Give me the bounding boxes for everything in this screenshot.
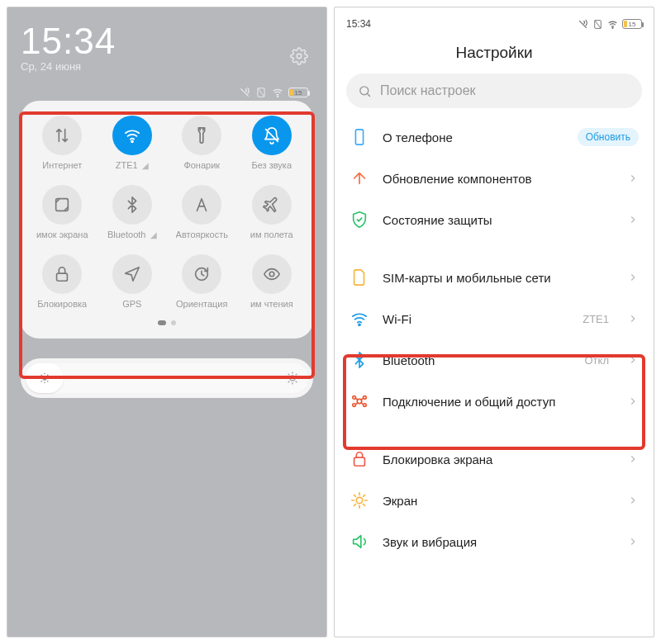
- qs-tile-flashlight[interactable]: Фонарик: [167, 116, 237, 170]
- share-icon: [350, 391, 369, 411]
- settings-row-sound[interactable]: Звук и вибрация: [335, 521, 654, 562]
- rotate-lock-icon: [182, 254, 221, 294]
- no-sim-icon: [592, 19, 603, 30]
- qs-tile-airplane[interactable]: им полета: [237, 185, 307, 239]
- battery-icon: 15: [288, 88, 308, 97]
- page-title: Настройки: [335, 44, 654, 62]
- bell-off-icon: [252, 116, 292, 155]
- qs-tile-label: Без звука: [251, 160, 292, 170]
- svg-point-8: [43, 376, 46, 380]
- settings-row-security[interactable]: Состояние защиты: [335, 199, 654, 240]
- chevron-right-icon: [627, 354, 639, 366]
- airplane-icon: [252, 185, 292, 225]
- settings-row-tether[interactable]: Подключение и общий доступ: [335, 381, 654, 422]
- brightness-thumb[interactable]: [26, 363, 64, 393]
- clock-time: 15:34: [21, 21, 313, 62]
- eye-icon: [252, 254, 292, 294]
- sun-icon: [350, 490, 369, 510]
- battery-icon: 15: [622, 19, 642, 29]
- qs-tile-mute[interactable]: Без звука: [237, 116, 307, 170]
- clock-date: Ср, 24 июня: [21, 60, 313, 73]
- settings-row-display[interactable]: Экран: [335, 480, 654, 521]
- qs-tile-internet[interactable]: Интернет: [27, 116, 97, 170]
- settings-row-label: SIM-карты и мобильные сети: [383, 271, 614, 285]
- qs-tile-wifi[interactable]: ZTE1 ◢: [97, 116, 168, 170]
- svg-point-11: [612, 27, 613, 28]
- sun-low-icon: [38, 372, 51, 385]
- screenshot-icon: [42, 185, 82, 225]
- qs-tile-label: Ориентация: [176, 299, 227, 309]
- settings-row-components[interactable]: Обновление компонентов: [335, 158, 654, 199]
- settings-row-label: Wi-Fi: [383, 312, 569, 326]
- settings-screen: 15:34 15 Настройки Поиск настроек О теле…: [334, 7, 654, 637]
- settings-row-bluetooth[interactable]: BluetoothОткл: [335, 339, 654, 381]
- qs-tile-orientation[interactable]: Ориентация: [167, 254, 237, 309]
- settings-row-label: Подключение и общий доступ: [383, 395, 614, 409]
- bluetooth-icon: [112, 185, 152, 225]
- status-time: 15:34: [346, 18, 371, 30]
- settings-row-label: О телефоне: [383, 130, 564, 144]
- qs-tile-label: имок экрана: [36, 230, 88, 239]
- data-arrows-icon: [42, 116, 82, 155]
- settings-row-about[interactable]: О телефонеОбновить: [335, 116, 654, 158]
- svg-point-0: [297, 54, 302, 59]
- vibrate-icon: [578, 19, 588, 30]
- qs-tile-reading[interactable]: им чтения: [237, 254, 307, 309]
- settings-row-label: Блокировка экрана: [383, 452, 614, 466]
- page-indicator: [27, 320, 307, 325]
- chevron-right-icon: [627, 173, 639, 184]
- qs-tile-label: им чтения: [250, 299, 293, 309]
- sim-icon: [350, 268, 369, 287]
- settings-row-sim[interactable]: SIM-карты и мобильные сети: [335, 257, 654, 298]
- svg-rect-13: [355, 130, 363, 144]
- lock-sq-icon: [350, 449, 369, 469]
- settings-row-label: Состояние защиты: [383, 213, 614, 227]
- chevron-right-icon: [627, 495, 639, 506]
- phone-icon: [350, 127, 369, 147]
- qs-tile-label: GPS: [122, 299, 141, 309]
- svg-point-12: [360, 86, 369, 94]
- qs-tile-autobright[interactable]: Автояркость: [167, 185, 237, 239]
- search-input[interactable]: Поиск настроек: [346, 73, 642, 108]
- qs-tile-label: Интернет: [42, 160, 82, 170]
- qs-tile-screenshot[interactable]: имок экрана: [27, 185, 97, 239]
- brightness-slider[interactable]: [21, 358, 313, 398]
- qs-tile-label: Фонарик: [183, 160, 220, 170]
- qs-tile-lock[interactable]: Блокировка: [27, 254, 97, 309]
- qs-tile-label: ZTE1 ◢: [116, 160, 149, 170]
- svg-point-14: [359, 324, 360, 325]
- svg-rect-5: [57, 273, 68, 281]
- chevron-right-icon: [627, 536, 639, 547]
- settings-gear-icon[interactable]: [290, 47, 308, 65]
- chevron-right-icon: [627, 214, 639, 225]
- qs-tile-bluetooth[interactable]: Bluetooth ◢: [97, 185, 168, 239]
- svg-point-2: [277, 96, 278, 97]
- settings-row-value: ZTE1: [583, 313, 609, 325]
- settings-row-label: Экран: [383, 494, 614, 508]
- settings-row-value: Откл: [585, 354, 610, 367]
- qs-tile-gps[interactable]: GPS: [97, 254, 168, 309]
- svg-point-3: [131, 140, 133, 142]
- settings-row-wifi[interactable]: Wi-FiZTE1: [335, 298, 654, 339]
- svg-rect-20: [354, 457, 365, 466]
- chevron-right-icon: [627, 453, 639, 465]
- settings-row-lockscreen[interactable]: Блокировка экрана: [335, 438, 654, 480]
- settings-row-label: Bluetooth: [383, 353, 572, 367]
- svg-point-9: [290, 376, 295, 381]
- no-sim-icon: [255, 87, 267, 98]
- quick-settings-panel: ИнтернетZTE1 ◢ФонарикБез звукаимок экран…: [21, 101, 313, 339]
- wifi-icon: [607, 19, 618, 30]
- sound-icon: [350, 532, 369, 552]
- qs-tile-label: Блокировка: [37, 299, 87, 309]
- vibrate-icon: [239, 87, 250, 98]
- nav-arrow-icon: [112, 254, 152, 294]
- settings-row-label: Звук и вибрация: [383, 535, 614, 549]
- qs-tile-label: им полета: [250, 230, 293, 239]
- chevron-right-icon: [627, 395, 639, 407]
- search-icon: [358, 84, 372, 98]
- quick-settings-screen: 15:34 Ср, 24 июня 15 ИнтернетZTE1 ◢Фонар…: [7, 7, 327, 637]
- wifi-icon: [112, 116, 152, 155]
- update-badge[interactable]: Обновить: [578, 128, 639, 146]
- chevron-right-icon: [627, 313, 639, 324]
- svg-point-7: [269, 272, 274, 277]
